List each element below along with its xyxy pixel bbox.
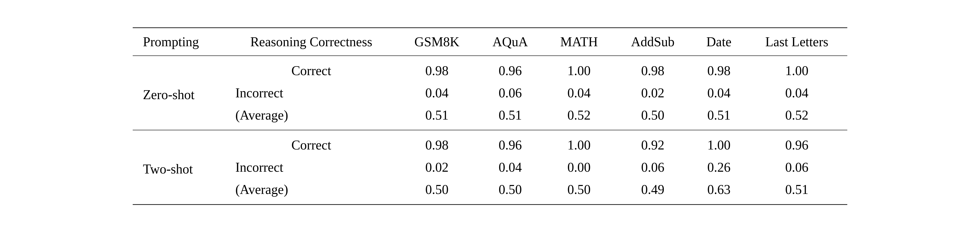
addsub-value: 0.50 [614,104,691,130]
header-last-letters: Last Letters [746,27,847,56]
last-letters-value: 0.51 [746,178,847,205]
aqua-value: 0.51 [476,104,544,130]
table-container: Prompting Reasoning Correctness GSM8K AQ… [0,0,980,232]
date-value: 0.98 [691,56,746,82]
math-value: 1.00 [544,56,614,82]
math-value: 0.52 [544,104,614,130]
addsub-value: 0.49 [614,178,691,205]
header-addsub: AddSub [614,27,691,56]
gsm8k-value: 0.98 [397,56,476,82]
aqua-value: 0.04 [476,156,544,178]
table-row: Incorrect0.040.060.040.020.040.04 [133,82,847,104]
header-row: Prompting Reasoning Correctness GSM8K AQ… [133,27,847,56]
date-value: 0.63 [691,178,746,205]
math-value: 0.00 [544,156,614,178]
last-letters-value: 0.06 [746,156,847,178]
table-row: Two-shotCorrect0.980.961.000.921.000.96 [133,130,847,156]
table-row: Incorrect0.020.040.000.060.260.06 [133,156,847,178]
date-value: 0.26 [691,156,746,178]
addsub-value: 0.98 [614,56,691,82]
table-row: Zero-shotCorrect0.980.961.000.980.981.00 [133,56,847,82]
date-value: 1.00 [691,130,746,156]
date-value: 0.51 [691,104,746,130]
header-math: MATH [544,27,614,56]
gsm8k-value: 0.04 [397,82,476,104]
results-table: Prompting Reasoning Correctness GSM8K AQ… [133,27,847,205]
correctness-label: Correct [225,130,397,156]
gsm8k-value: 0.50 [397,178,476,205]
correctness-label: (Average) [225,104,397,130]
last-letters-value: 1.00 [746,56,847,82]
table-row: (Average)0.500.500.500.490.630.51 [133,178,847,205]
correctness-label: Incorrect [225,82,397,104]
date-value: 0.04 [691,82,746,104]
header-date: Date [691,27,746,56]
header-gsm8k: GSM8K [397,27,476,56]
aqua-value: 0.96 [476,130,544,156]
gsm8k-value: 0.02 [397,156,476,178]
last-letters-value: 0.96 [746,130,847,156]
aqua-value: 0.06 [476,82,544,104]
correctness-label: (Average) [225,178,397,205]
gsm8k-value: 0.51 [397,104,476,130]
correctness-label: Correct [225,56,397,82]
correctness-label: Incorrect [225,156,397,178]
math-value: 0.50 [544,178,614,205]
header-aqua: AQuA [476,27,544,56]
aqua-value: 0.96 [476,56,544,82]
addsub-value: 0.06 [614,156,691,178]
prompting-label: Two-shot [133,130,225,205]
aqua-value: 0.50 [476,178,544,205]
header-prompting: Prompting [133,27,225,56]
math-value: 1.00 [544,130,614,156]
last-letters-value: 0.04 [746,82,847,104]
header-reasoning-correctness: Reasoning Correctness [225,27,397,56]
addsub-value: 0.92 [614,130,691,156]
gsm8k-value: 0.98 [397,130,476,156]
math-value: 0.04 [544,82,614,104]
table-row: (Average)0.510.510.520.500.510.52 [133,104,847,130]
prompting-label: Zero-shot [133,56,225,130]
addsub-value: 0.02 [614,82,691,104]
last-letters-value: 0.52 [746,104,847,130]
